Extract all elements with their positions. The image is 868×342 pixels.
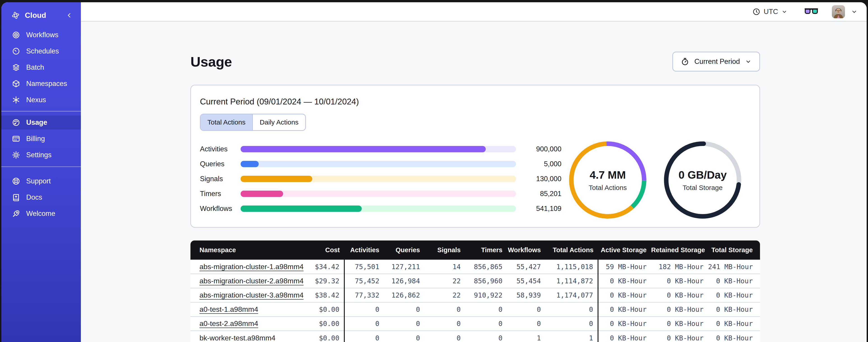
sidebar-item-batch[interactable]: Batch <box>1 61 81 74</box>
namespace-cell: bk-worker-test.a98mm4 <box>190 331 310 342</box>
table-cell: 126,862 <box>384 288 425 302</box>
sidebar-item-label: Settings <box>26 151 52 159</box>
tab-daily-actions[interactable]: Daily Actions <box>253 114 305 130</box>
table-cell: 0 <box>546 316 598 331</box>
table-cell: 0 <box>344 316 384 331</box>
table-cell: 0 KB-Hour <box>598 274 651 288</box>
clock-icon <box>752 8 761 16</box>
actions-bar-chart: Activities900,000Queries5,000Signals130,… <box>200 142 561 216</box>
table-cell: 127,211 <box>384 260 425 274</box>
table-cell: 0 KB-Hour <box>651 302 708 316</box>
column-header-total-storage: Total Storage <box>708 240 760 260</box>
table-row: a0-test-2.a98mm4$0.000000000 KB-Hour0 KB… <box>190 316 760 331</box>
bar-value: 900,000 <box>516 145 561 153</box>
table-cell: 0 KB-Hour <box>651 288 708 302</box>
brand-label: Cloud <box>25 11 46 20</box>
namespace-cell: abs-migration-cluster-3.a98mm4 <box>190 288 310 302</box>
bar-label: Workflows <box>200 205 241 213</box>
schedules-icon <box>12 47 20 56</box>
sidebar-item-label: Welcome <box>26 210 55 218</box>
table-cell: 0 KB-Hour <box>651 274 708 288</box>
avatar[interactable] <box>832 5 845 18</box>
billing-icon <box>12 134 20 143</box>
usage-summary-card: Current Period (09/01/2024 — 10/01/2024)… <box>190 85 760 228</box>
table-cell: 241 MB-Hour <box>708 260 760 274</box>
table-cell: 0 <box>384 316 425 331</box>
table-row: abs-migration-cluster-2.a98mm4$29.3275,4… <box>190 274 760 288</box>
table-cell: 910,922 <box>465 288 507 302</box>
timezone-dropdown[interactable]: UTC <box>752 8 787 16</box>
table-cell: 55,427 <box>507 260 546 274</box>
table-cell: 1,115,018 <box>546 260 598 274</box>
sidebar-item-welcome[interactable]: Welcome <box>1 207 81 220</box>
table-cell: 0 <box>546 302 598 316</box>
bar-value: 5,000 <box>516 160 561 168</box>
nexus-icon <box>12 96 20 104</box>
tab-total-actions[interactable]: Total Actions <box>200 114 253 130</box>
timezone-label: UTC <box>764 8 778 16</box>
table-row: abs-migration-cluster-1.a98mm4$34.4275,5… <box>190 260 760 274</box>
table-cell: 0 KB-Hour <box>708 316 760 331</box>
total-actions-label: Total Actions <box>589 184 627 192</box>
settings-icon <box>12 151 20 159</box>
total-actions-value: 4.7 MM <box>590 169 626 181</box>
sidebar-item-usage[interactable]: Usage <box>1 115 81 130</box>
namespace-link[interactable]: abs-migration-cluster-1.a98mm4 <box>199 263 304 271</box>
table-cell: 0 <box>465 302 507 316</box>
donut-charts: 4.7 MM Total Actions 0 GB/Day Total Stor… <box>567 139 743 220</box>
period-selector-label: Current Period <box>694 58 740 66</box>
table-header-row: NamespaceCostActivitiesQueriesSignalsTim… <box>190 240 760 260</box>
sidebar-item-label: Namespaces <box>26 80 67 88</box>
table-cell: 0 <box>425 302 465 316</box>
table-cell: 0 <box>507 316 546 331</box>
namespace-link[interactable]: abs-migration-cluster-2.a98mm4 <box>199 277 304 285</box>
table-cell: 0 <box>425 316 465 331</box>
gauge-icon <box>12 118 20 127</box>
sidebar-item-support[interactable]: Support <box>1 174 81 188</box>
namespace-link[interactable]: a0-test-2.a98mm4 <box>199 319 258 328</box>
sidebar-divider <box>1 111 81 111</box>
column-header-signals: Signals <box>425 240 465 260</box>
chevron-left-icon[interactable] <box>66 12 73 19</box>
namespace-cell: a0-test-1.a98mm4 <box>190 302 310 316</box>
app-window: Cloud Workflows Schedules Batch <box>1 2 867 342</box>
sidebar-item-settings[interactable]: Settings <box>1 148 81 162</box>
table-cell: 77,332 <box>344 288 384 302</box>
sidebar-item-nexus[interactable]: Nexus <box>1 93 81 107</box>
chevron-down-icon[interactable] <box>851 8 858 15</box>
bar-fill <box>241 161 259 167</box>
sidebar-item-workflows[interactable]: Workflows <box>1 28 81 42</box>
table-cell: 0 <box>344 331 384 342</box>
table-cell: 59 MB-Hour <box>598 260 651 274</box>
bar-track <box>241 161 516 167</box>
table-cell: 0 KB-Hour <box>598 288 651 302</box>
table-row: a0-test-1.a98mm4$0.000000000 KB-Hour0 KB… <box>190 302 760 316</box>
table-body: abs-migration-cluster-1.a98mm4$34.4275,5… <box>190 260 760 342</box>
period-selector-button[interactable]: Current Period <box>672 52 760 71</box>
glasses-icon[interactable] <box>804 7 819 16</box>
namespace-link[interactable]: bk-worker-test.a98mm4 <box>199 334 275 342</box>
table-cell: 182 MB-Hour <box>651 260 708 274</box>
sidebar-item-namespaces[interactable]: Namespaces <box>1 77 81 91</box>
table-row: bk-worker-test.a98mm4$0.000000110 KB-Hou… <box>190 331 760 342</box>
bar-label: Activities <box>200 145 241 153</box>
actions-tabs: Total Actions Daily Actions <box>200 114 306 131</box>
namespaces-icon <box>12 79 20 88</box>
bar-row: Activities900,000 <box>200 142 561 157</box>
column-header-workflows: Workflows <box>507 240 546 260</box>
topbar: UTC <box>81 2 867 22</box>
sidebar-brand[interactable]: Cloud <box>11 8 73 23</box>
bar-row: Timers85,201 <box>200 186 561 201</box>
sidebar-item-docs[interactable]: Docs <box>1 191 81 204</box>
bar-row: Workflows541,109 <box>200 201 561 216</box>
sidebar-item-billing[interactable]: Billing <box>1 132 81 146</box>
sidebar-item-label: Nexus <box>26 96 46 104</box>
table-cell: 0 KB-Hour <box>708 302 760 316</box>
namespace-usage-table: NamespaceCostActivitiesQueriesSignalsTim… <box>190 240 760 342</box>
namespace-link[interactable]: a0-test-1.a98mm4 <box>199 305 258 313</box>
sidebar-item-schedules[interactable]: Schedules <box>1 44 81 58</box>
table-cell: $0.00 <box>310 316 344 331</box>
table-cell: 0 KB-Hour <box>708 288 760 302</box>
total-storage-value: 0 GB/Day <box>678 169 726 181</box>
namespace-link[interactable]: abs-migration-cluster-3.a98mm4 <box>199 291 304 299</box>
